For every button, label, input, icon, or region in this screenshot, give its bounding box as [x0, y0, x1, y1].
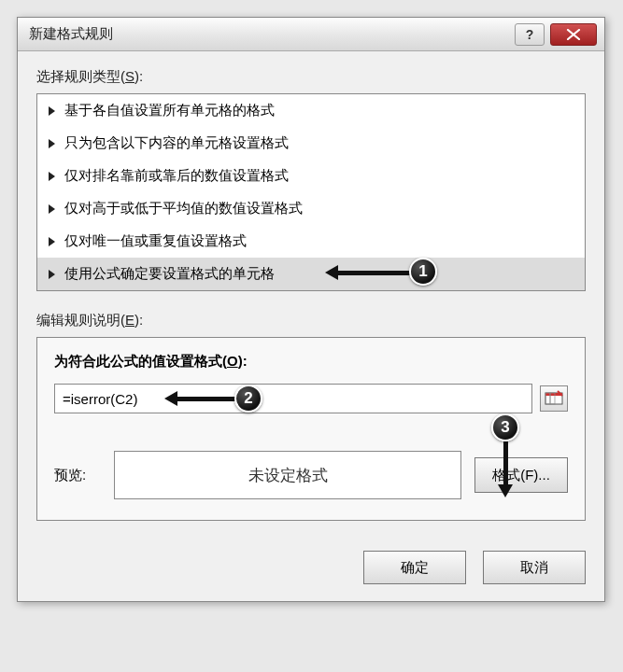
preview-label: 预览: — [54, 467, 101, 484]
triangle-icon — [49, 204, 55, 214]
label-text: 编辑规则说明( — [36, 312, 125, 328]
dialog-button-row: 确定 取消 — [18, 536, 604, 601]
rule-type-label: 使用公式确定要设置格式的单元格 — [64, 265, 275, 283]
cancel-button[interactable]: 取消 — [483, 551, 586, 584]
rule-type-label: 只为包含以下内容的单元格设置格式 — [64, 134, 289, 152]
select-rule-type-label: 选择规则类型(S): — [36, 68, 586, 86]
callout-badge-1: 1 — [409, 258, 437, 286]
triangle-icon — [49, 106, 55, 116]
rule-type-label: 仅对高于或低于平均值的数值设置格式 — [64, 200, 303, 217]
rule-type-label: 基于各自值设置所有单元格的格式 — [64, 102, 275, 119]
formula-row: 2 3 — [54, 384, 568, 413]
triangle-icon — [49, 139, 55, 148]
label-close: ): — [135, 312, 143, 328]
preview-box: 未设定格式 — [114, 451, 461, 499]
rule-type-item[interactable]: 仅对高于或低于平均值的数值设置格式 — [37, 192, 585, 225]
rule-type-label: 仅对唯一值或重复值设置格式 — [64, 232, 247, 250]
label-text: 选择规则类型( — [36, 68, 125, 84]
label-text: 为符合此公式的值设置格式( — [54, 353, 227, 369]
label-key: E — [125, 312, 135, 328]
annotation-arrow — [336, 271, 411, 275]
triangle-icon — [49, 237, 55, 246]
format-values-where-label: 为符合此公式的值设置格式(O): — [54, 353, 568, 371]
format-button[interactable]: 格式(F)... — [474, 457, 568, 493]
label-key: S — [125, 68, 135, 84]
label-close: ): — [238, 353, 248, 369]
edit-rule-box: 为符合此公式的值设置格式(O): 2 3 — [36, 337, 586, 521]
rule-type-item[interactable]: 仅对唯一值或重复值设置格式 — [37, 225, 585, 258]
preview-row: 预览: 未设定格式 格式(F)... — [54, 451, 568, 499]
ok-button[interactable]: 确定 — [363, 551, 466, 584]
annotation-arrow — [503, 441, 508, 486]
label-key: O — [227, 353, 238, 369]
range-selector-button[interactable] — [540, 385, 568, 412]
triangle-icon — [49, 270, 55, 279]
callout-badge-3: 3 — [491, 413, 519, 441]
close-icon — [566, 29, 581, 40]
rule-type-item[interactable]: 基于各自值设置所有单元格的格式 — [37, 94, 585, 127]
triangle-icon — [49, 172, 55, 181]
close-button[interactable] — [550, 23, 597, 46]
dialog-title: 新建格式规则 — [25, 25, 509, 43]
label-close: ): — [135, 68, 143, 84]
edit-rule-description-label: 编辑规则说明(E): — [36, 312, 586, 329]
range-selector-icon — [545, 390, 563, 407]
rule-type-item-selected[interactable]: 使用公式确定要设置格式的单元格 1 — [37, 258, 585, 290]
rule-type-item[interactable]: 只为包含以下内容的单元格设置格式 — [37, 127, 585, 160]
rule-type-item[interactable]: 仅对排名靠前或靠后的数值设置格式 — [37, 160, 585, 192]
rule-type-label: 仅对排名靠前或靠后的数值设置格式 — [64, 167, 289, 185]
titlebar: 新建格式规则 ? — [18, 18, 604, 51]
callout-badge-2: 2 — [234, 385, 262, 413]
new-formatting-rule-dialog: 新建格式规则 ? 选择规则类型(S): 基于各自值设置所有单元格的格式 只为包含… — [17, 17, 605, 602]
formula-input[interactable] — [54, 384, 532, 413]
annotation-arrow — [176, 397, 236, 401]
help-button[interactable]: ? — [515, 23, 545, 46]
dialog-body: 选择规则类型(S): 基于各自值设置所有单元格的格式 只为包含以下内容的单元格设… — [18, 51, 604, 536]
rule-type-list: 基于各自值设置所有单元格的格式 只为包含以下内容的单元格设置格式 仅对排名靠前或… — [36, 93, 586, 291]
